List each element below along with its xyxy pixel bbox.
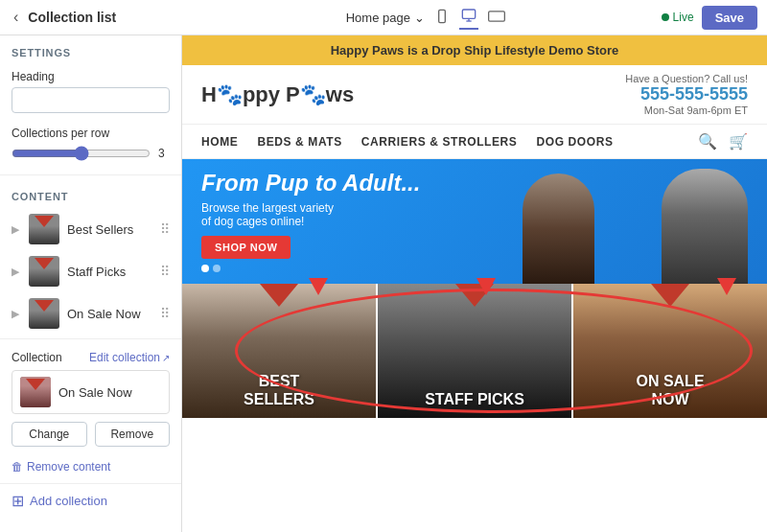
sidebar: SETTINGS Heading Collections per row 3 C… [0, 35, 182, 532]
col-label-3: ON SALENOW [573, 372, 767, 408]
collection-section: Collection Edit collection ↗ On Sale Now… [0, 343, 181, 454]
divider-2 [0, 338, 181, 339]
contact-label: Have a Question? Call us! [625, 73, 748, 84]
edit-collection-link[interactable]: Edit collection ↗ [89, 351, 170, 364]
content-item-staff-picks[interactable]: ▶ Staff Picks ⠿ [0, 250, 181, 292]
content-item-on-sale-now[interactable]: ▶ On Sale Now ⠿ [0, 292, 181, 335]
red-triangle-top-1 [260, 284, 298, 307]
nav-beds-mats[interactable]: BEDS & MATS [257, 135, 341, 149]
drag-icon[interactable]: ⠿ [160, 264, 170, 279]
hero-dot-2 [213, 265, 221, 272]
desktop-icon[interactable] [459, 6, 478, 30]
hero-dot-1 [201, 265, 209, 272]
hero-dog-right [662, 169, 748, 284]
staff-picks-label: Staff Picks [67, 265, 152, 279]
add-icon: ⊞ [12, 492, 24, 510]
collections-per-row-field: Collections per row 3 [0, 123, 181, 171]
preview-area: Happy Paws is a Drop Ship Lifestyle Demo… [182, 35, 767, 532]
red-triangle-top-2 [455, 284, 494, 307]
collection-selected-name: On Sale Now [58, 385, 132, 400]
store-nav: HOME BEDS & MATS CARRIERS & STROLLERS DO… [182, 125, 767, 159]
svg-rect-2 [462, 10, 475, 18]
announcement-bar: Happy Paws is a Drop Ship Lifestyle Demo… [182, 35, 767, 65]
top-bar-center: Home page ⌄ [201, 6, 652, 30]
search-icon[interactable]: 🔍 [698, 132, 717, 150]
shop-now-button[interactable]: SHOP NOW [201, 236, 291, 259]
preview-frame: Happy Paws is a Drop Ship Lifestyle Demo… [182, 35, 767, 532]
best-sellers-label: Best Sellers [67, 222, 152, 237]
remove-content-link[interactable]: 🗑 Remove content [0, 454, 181, 479]
mobile-icon[interactable] [432, 7, 452, 29]
collection-header: Collection Edit collection ↗ [12, 351, 170, 364]
nav-icons: 🔍 🛒 [698, 132, 748, 150]
page-dropdown[interactable]: Home page ⌄ [346, 11, 425, 25]
top-bar: ‹ Collection list Home page ⌄ Live Save [0, 0, 767, 35]
collection-label: Collection [12, 351, 62, 364]
store-header: H🐾ppy P🐾ws Have a Question? Call us! 555… [182, 65, 767, 125]
expand-arrow-icon: ▶ [12, 308, 19, 320]
slider-value: 3 [158, 147, 170, 160]
collections-grid: BESTSELLERS STAFF PICKS ON SALENOW [182, 284, 767, 418]
chevron-down-icon: ⌄ [414, 11, 425, 25]
drag-icon[interactable]: ⠿ [160, 221, 170, 237]
drag-icon[interactable]: ⠿ [160, 306, 170, 321]
red-triangle-icon [26, 379, 45, 390]
staff-picks-thumb [29, 256, 59, 287]
collections-per-row-label: Collections per row [12, 127, 170, 140]
svg-rect-0 [439, 10, 446, 22]
collection-buttons: Change Remove [12, 422, 170, 447]
col-label-1: BESTSELLERS [182, 372, 376, 408]
col-label-2: STAFF PICKS [378, 390, 571, 408]
expand-arrow-icon: ▶ [12, 266, 19, 278]
widescreen-icon[interactable] [486, 7, 507, 29]
hero-dog-center [523, 173, 594, 284]
collection-best-sellers[interactable]: BESTSELLERS [182, 284, 378, 418]
cart-icon[interactable]: 🛒 [729, 132, 748, 150]
hero-banner: From Pup to Adult... Browse the largest … [182, 159, 767, 284]
add-collection-link[interactable]: ⊞ Add collection [0, 483, 181, 518]
collection-selected-thumb [20, 377, 51, 407]
heading-field: Heading [0, 64, 181, 123]
external-link-icon: ↗ [162, 353, 170, 363]
collection-staff-picks[interactable]: STAFF PICKS [378, 284, 573, 418]
main-layout: SETTINGS Heading Collections per row 3 C… [0, 35, 767, 532]
on-sale-now-thumb [29, 298, 59, 329]
top-bar-right: Live Save [662, 6, 757, 30]
svg-rect-5 [489, 11, 505, 20]
content-item-best-sellers[interactable]: ▶ Best Sellers ⠿ [0, 208, 181, 250]
settings-section-title: SETTINGS [0, 35, 181, 64]
expand-arrow-icon: ▶ [12, 223, 19, 236]
heading-label: Heading [12, 70, 170, 83]
top-bar-left: ‹ Collection list [10, 7, 192, 28]
red-triangle-top-3 [651, 284, 689, 307]
device-icons [432, 6, 507, 30]
page-title: Collection list [28, 10, 116, 25]
collections-per-row-slider[interactable] [12, 146, 151, 161]
collection-selected: On Sale Now [12, 370, 170, 414]
live-dot [662, 13, 669, 21]
on-sale-now-label: On Sale Now [67, 307, 152, 321]
store-contact: Have a Question? Call us! 555-555-5555 M… [625, 73, 748, 116]
store-phone: 555-555-5555 [625, 84, 748, 104]
heading-input[interactable] [12, 87, 170, 113]
divider-1 [0, 174, 181, 175]
nav-dog-doors[interactable]: DOG DOORS [536, 135, 613, 149]
red-triangle-icon [35, 216, 54, 227]
nav-home[interactable]: HOME [201, 135, 238, 149]
red-triangle-icon [35, 258, 54, 269]
store-hours: Mon-Sat 9am-6pm ET [625, 104, 748, 116]
store-logo: H🐾ppy P🐾ws [201, 82, 354, 107]
slider-container: 3 [12, 146, 170, 161]
remove-button[interactable]: Remove [95, 422, 171, 447]
live-badge: Live [662, 11, 694, 24]
back-button[interactable]: ‹ [10, 7, 22, 28]
best-sellers-thumb [29, 214, 59, 244]
content-section-title: CONTENT [0, 179, 181, 208]
red-triangle-icon [35, 300, 54, 312]
nav-carriers-strollers[interactable]: CARRIERS & STROLLERS [361, 135, 518, 149]
change-button[interactable]: Change [12, 422, 87, 447]
trash-icon: 🗑 [12, 460, 23, 474]
save-button[interactable]: Save [702, 6, 757, 30]
collection-on-sale-now[interactable]: ON SALENOW [573, 284, 767, 418]
